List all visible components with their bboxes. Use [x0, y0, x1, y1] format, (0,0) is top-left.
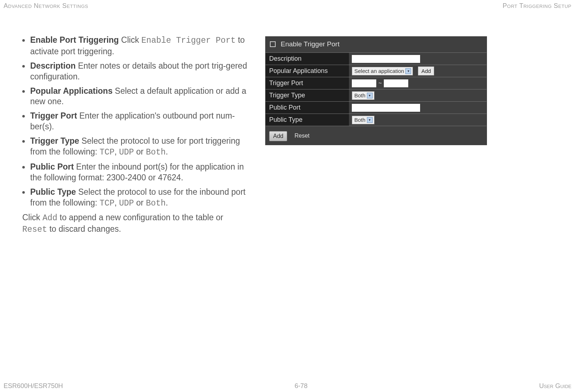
row-label-popular: Popular Applications: [266, 65, 349, 77]
select-value: Select an application: [354, 68, 404, 74]
list-item: Trigger Port Enter the application's out…: [30, 111, 254, 132]
header-right: Port Triggering Setup: [503, 2, 571, 10]
mono-text: TCP: [100, 148, 114, 157]
term: Trigger Type: [30, 136, 79, 146]
text: or: [134, 147, 146, 156]
text: or: [134, 198, 146, 207]
term: Public Type: [30, 187, 76, 197]
list-item: Public Port Enter the inbound port(s) fo…: [30, 162, 254, 183]
term: Trigger Port: [30, 111, 77, 120]
trigger-port-to-input[interactable]: [384, 79, 408, 87]
bullet-list: Enable Port Triggering Click Enable Trig…: [17, 35, 254, 209]
select-value: Both: [354, 92, 365, 98]
chevron-down-icon: ▾: [405, 68, 411, 74]
popular-applications-select[interactable]: Select an application ▾: [352, 67, 413, 75]
mono-text: TCP: [100, 199, 114, 208]
list-item: Description Enter notes or details about…: [30, 61, 254, 82]
term: Popular Applications: [30, 86, 112, 96]
list-item: Popular Applications Select a default ap…: [30, 86, 254, 107]
footer-left: ESR600H/ESR750H: [4, 382, 63, 390]
text: to discard changes.: [47, 224, 121, 234]
router-ui-panel: Enable Trigger Port Description Popular …: [265, 36, 487, 145]
term: Description: [30, 61, 76, 70]
reset-button[interactable]: Reset: [294, 131, 310, 141]
mono-text: UDP: [119, 148, 134, 157]
text: ,: [114, 198, 119, 207]
text: .: [166, 198, 168, 207]
enable-trigger-label: Enable Trigger Port: [281, 40, 340, 48]
list-item: Trigger Type Select the protocol to use …: [30, 136, 254, 158]
mono-text: UDP: [119, 199, 134, 208]
paragraph: Click Add to append a new configuration …: [17, 212, 254, 235]
chevron-down-icon: ▾: [367, 117, 373, 123]
enable-trigger-checkbox[interactable]: [270, 41, 276, 47]
row-label-trigger-port: Trigger Port: [266, 77, 349, 89]
select-value: Both: [354, 117, 365, 123]
text: Click: [22, 213, 42, 222]
header-left: Advanced Network Settings: [4, 2, 88, 10]
mono-text: Both: [146, 148, 166, 157]
range-separator: ~: [378, 80, 382, 87]
text: Click: [119, 35, 142, 45]
mono-text: Reset: [22, 225, 47, 234]
text: to append a new configuration to the tab…: [58, 213, 224, 222]
list-item: Enable Port Triggering Click Enable Trig…: [30, 35, 254, 57]
public-port-input[interactable]: [352, 104, 420, 112]
mono-text: Add: [42, 213, 57, 223]
chevron-down-icon: ▾: [367, 93, 373, 98]
list-item: Public Type Select the protocol to use f…: [30, 187, 254, 209]
text: .: [166, 147, 168, 156]
text: ,: [114, 147, 119, 156]
trigger-port-from-input[interactable]: [352, 79, 376, 87]
mono-text: Both: [146, 199, 166, 208]
mono-text: Enable Trigger Port: [141, 36, 235, 45]
term: Enable Port Triggering: [30, 35, 119, 45]
description-input[interactable]: [352, 55, 420, 63]
row-label-public-type: Public Type: [266, 114, 349, 126]
trigger-type-select[interactable]: Both ▾: [352, 91, 374, 100]
public-type-select[interactable]: Both ▾: [352, 116, 374, 124]
row-label-public-port: Public Port: [266, 102, 349, 114]
footer-right: User Guide: [539, 382, 571, 390]
term: Public Port: [30, 162, 74, 171]
add-app-button[interactable]: Add: [418, 66, 434, 75]
add-button[interactable]: Add: [269, 131, 287, 141]
footer-page-number: 6-78: [295, 382, 308, 390]
row-label-description: Description: [266, 53, 349, 65]
row-label-trigger-type: Trigger Type: [266, 89, 349, 101]
